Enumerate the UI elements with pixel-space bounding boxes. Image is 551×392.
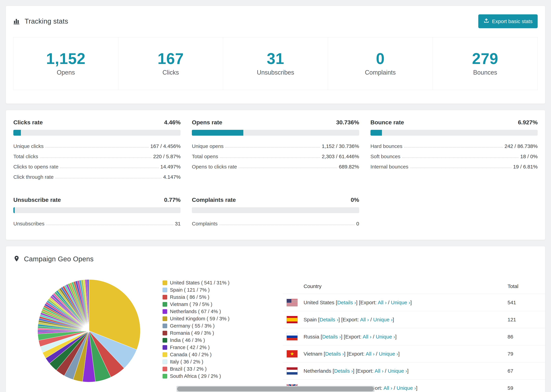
rate-row-value: 0 <box>356 221 359 227</box>
rate-row: Opens to clicks rate689.82% <box>192 162 359 172</box>
export-unique-link[interactable]: Unique › <box>388 368 407 374</box>
export-unique-link[interactable]: Unique › <box>391 300 410 305</box>
dotted-leader <box>402 157 518 158</box>
rate-row-value: 18 / 0% <box>520 154 538 159</box>
legend-swatch <box>162 352 167 357</box>
legend-item: Spain ( 121 / 7% ) <box>162 286 229 294</box>
stat-label: Opens <box>14 69 118 76</box>
export-unique-link[interactable]: Unique › <box>379 351 398 357</box>
export-all-link[interactable]: All › <box>360 317 369 322</box>
legend-item: Russia ( 86 / 5% ) <box>162 294 229 301</box>
legend-item: Vietnam ( 79 / 5% ) <box>162 301 229 308</box>
unsubscribe-rate-panel: Unsubscribe rate 0.77% Unsubscribes31 <box>13 196 181 229</box>
export-all-link[interactable]: All › <box>363 334 372 339</box>
dotted-leader <box>239 168 337 168</box>
legend-swatch <box>162 280 167 285</box>
geo-table-row: Netherlands [Details ›] [Export: All › /… <box>283 362 545 379</box>
dotted-leader <box>219 224 354 225</box>
geo-table-row: United States [Details ›] [Export: All ›… <box>283 294 545 311</box>
legend-label: United Kingdom ( 59 / 3% ) <box>170 316 229 322</box>
export-basic-stats-button[interactable]: Export basic stats <box>478 14 538 28</box>
country-total: 59 <box>508 385 545 391</box>
rate-title: Complaints rate <box>192 196 236 203</box>
country-total: 79 <box>508 351 545 357</box>
rates-card: Clicks rate 4.46% Unique clicks167 / 4.4… <box>6 110 545 240</box>
stat-clicks: 167 Clicks <box>118 37 223 90</box>
export-all-link[interactable]: All › <box>366 351 374 357</box>
rate-row-value: 220 / 5.87% <box>153 154 181 159</box>
details-link[interactable]: Details › <box>337 300 356 305</box>
export-button-label: Export basic stats <box>492 19 532 24</box>
dotted-leader <box>46 224 173 225</box>
legend-swatch <box>162 316 167 321</box>
rate-row: Total opens2,303 / 61.446% <box>192 151 359 162</box>
opens-rate-panel: Opens rate 30.736% Unique opens1,152 / 3… <box>192 119 359 182</box>
stat-label: Bounces <box>433 69 537 76</box>
stat-value: 167 <box>118 50 223 68</box>
rate-row: Unique clicks167 / 4.456% <box>13 141 181 151</box>
rate-row-value: 14.497% <box>160 164 181 170</box>
rate-row-label: Complaints <box>192 221 218 227</box>
legend-item: United States ( 541 / 31% ) <box>162 279 229 286</box>
country-flag-icon <box>286 299 298 306</box>
rate-row-label: Unique clicks <box>13 143 44 149</box>
rate-row-label: Unsubscribes <box>13 221 44 227</box>
stat-value: 1,152 <box>14 50 118 68</box>
country-cell: Netherlands [Details ›] [Export: All › /… <box>304 368 508 374</box>
rate-row-value: 4.147% <box>163 174 181 180</box>
rate-title: Opens rate <box>192 119 222 126</box>
country-column-header: Country <box>304 283 508 289</box>
legend-item: Canada ( 40 / 2% ) <box>162 351 229 358</box>
geo-table-row: Vietnam [Details ›] [Export: All › / Uni… <box>283 345 545 362</box>
country-name: Vietnam <box>304 351 322 357</box>
country-total: 67 <box>508 368 545 374</box>
export-all-link[interactable]: All › <box>378 300 387 305</box>
details-link[interactable]: Details › <box>319 317 338 322</box>
details-link[interactable]: Details › <box>325 351 344 357</box>
rate-row-value: 1,152 / 30.736% <box>322 143 359 149</box>
rate-row: Total clicks220 / 5.87% <box>13 151 181 162</box>
rate-row-label: Clicks to opens rate <box>13 164 58 170</box>
details-link[interactable]: Details › <box>334 368 353 374</box>
legend-swatch <box>162 331 167 335</box>
rate-row: Internal bounces19 / 6.81% <box>370 162 538 172</box>
rate-row-value: 2,303 / 61.446% <box>322 154 359 159</box>
horizontal-scrollbar-thumb[interactable] <box>177 386 374 391</box>
stat-value: 31 <box>223 50 328 68</box>
export-all-link[interactable]: All › <box>374 368 383 374</box>
rate-value: 0% <box>351 196 359 203</box>
rate-row: Clicks to opens rate14.497% <box>13 162 181 172</box>
rate-row-label: Hard bounces <box>370 143 403 149</box>
horizontal-scrollbar-track[interactable] <box>177 386 374 392</box>
export-unique-link[interactable]: Unique › <box>373 317 393 322</box>
dotted-leader <box>55 178 161 178</box>
rate-row-label: Internal bounces <box>370 164 409 170</box>
dotted-leader <box>225 147 320 147</box>
legend-swatch <box>162 302 167 307</box>
legend-item: Brazil ( 33 / 2% ) <box>162 365 229 372</box>
legend-label: United States ( 541 / 31% ) <box>170 280 229 286</box>
rate-row: Click through rate4.147% <box>13 172 181 182</box>
stat-label: Clicks <box>118 69 223 76</box>
bar-chart-icon <box>13 17 21 25</box>
legend-label: Canada ( 40 / 2% ) <box>170 352 212 357</box>
stats-row: 1,152 Opens 167 Clicks 31 Unsubscribes 0… <box>13 37 538 90</box>
stat-value: 279 <box>433 50 537 68</box>
legend-item: United Kingdom ( 59 / 3% ) <box>162 315 229 322</box>
geo-table-row: Spain [Details ›] [Export: All › / Uniqu… <box>283 311 545 328</box>
dotted-leader <box>404 147 503 147</box>
country-name: United States <box>304 300 334 305</box>
country-cell: Spain [Details ›] [Export: All › / Uniqu… <box>304 317 508 322</box>
complaints-rate-panel: Complaints rate 0% Complaints0 <box>192 196 359 229</box>
legend-swatch <box>162 309 167 314</box>
export-all-link[interactable]: All › <box>383 385 392 391</box>
export-unique-link[interactable]: Unique › <box>397 385 416 391</box>
dotted-leader <box>60 168 158 168</box>
geo-opens-header: Campaign Geo Opens <box>6 246 545 271</box>
country-total: 86 <box>508 334 545 340</box>
legend-label: Netherlands ( 67 / 4% ) <box>170 309 221 314</box>
tracking-stats-header: Tracking stats Export basic stats <box>6 6 545 36</box>
export-unique-link[interactable]: Unique › <box>376 334 395 339</box>
details-link[interactable]: Details › <box>322 334 341 339</box>
geo-opens-title: Campaign Geo Opens <box>24 255 94 263</box>
